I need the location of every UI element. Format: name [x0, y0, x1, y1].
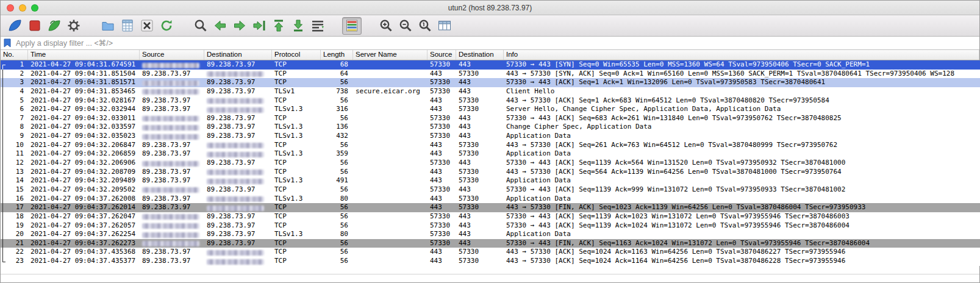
reload-file-button[interactable] [157, 17, 176, 35]
cell-protocol: TCP [272, 70, 321, 79]
start-capture-button[interactable] [5, 17, 25, 35]
colorize-packets-button[interactable] [342, 17, 362, 35]
table-row[interactable]: 5 2021-04-27 09:04:32.028167 89.238.73.9… [1, 96, 980, 106]
table-row[interactable]: 23 2021-04-27 09:04:37.435377 89.238.73.… [1, 257, 980, 266]
column-header-no[interactable]: No. [1, 50, 28, 60]
cell-destination [204, 105, 272, 114]
table-row[interactable]: 21 2021-04-27 09:04:37.262273 89.238.73.… [1, 239, 980, 248]
table-row[interactable]: 14 2021-04-27 09:04:32.209489 89.238.73.… [1, 176, 980, 185]
redacted-ip [207, 206, 264, 211]
cell-source: 89.238.73.97 [140, 248, 204, 257]
find-packet-button[interactable] [191, 17, 210, 35]
cell-destination [204, 149, 272, 159]
redacted-ip [142, 161, 199, 167]
table-row[interactable]: 10 2021-04-27 09:04:32.206847 89.238.73.… [1, 141, 980, 150]
column-header-protocol[interactable]: Protocol [272, 50, 321, 60]
cell-source [140, 60, 204, 70]
cell-no: 21 [1, 239, 28, 248]
table-row[interactable]: 19 2021-04-27 09:04:37.262057 89.238.73.… [1, 221, 980, 231]
cell-destination-port: 443 [456, 60, 504, 70]
table-row[interactable]: 11 2021-04-27 09:04:32.206859 89.238.73.… [1, 149, 980, 159]
table-row[interactable]: 13 2021-04-27 09:04:32.208709 89.238.73.… [1, 168, 980, 177]
conversation-bracket [2, 248, 5, 257]
redacted-ip [207, 179, 264, 184]
go-first-packet-button[interactable] [269, 17, 288, 35]
table-row[interactable]: 12 2021-04-27 09:04:32.206906 89.238.73.… [1, 159, 980, 168]
go-back-button[interactable] [210, 17, 230, 35]
cell-protocol: TLSv1.3 [272, 132, 321, 141]
column-header-server-name[interactable]: Server Name [353, 50, 427, 60]
table-row[interactable]: 16 2021-04-27 09:04:37.262008 89.238.73.… [1, 195, 980, 204]
table-row[interactable]: 15 2021-04-27 09:04:32.209502 89.238.73.… [1, 185, 980, 195]
column-header-source[interactable]: Source [140, 50, 204, 60]
cell-time: 2021-04-27 09:04:31.851571 [28, 78, 140, 87]
open-file-button[interactable] [98, 17, 118, 35]
cell-destination: 89.238.73.97 [204, 114, 272, 123]
table-row[interactable]: 8 2021-04-27 09:04:32.033597 89.238.73.9… [1, 123, 980, 132]
cell-destination-port: 443 [456, 221, 504, 231]
cell-destination-port: 443 [456, 230, 504, 239]
table-row[interactable]: 6 2021-04-27 09:04:32.032944 89.238.73.9… [1, 105, 980, 114]
cell-no: 2 [1, 70, 28, 79]
table-row[interactable]: 17 2021-04-27 09:04:37.262014 89.238.73.… [1, 203, 980, 212]
cell-info: 443 → 57330 [ACK] Seq=1024 Ack=1163 Win=… [504, 248, 980, 257]
go-forward-button[interactable] [230, 17, 249, 35]
zoom-window-button[interactable] [31, 4, 38, 12]
cell-source-port: 443 [427, 168, 456, 177]
table-row[interactable]: 22 2021-04-27 09:04:37.435368 89.238.73.… [1, 248, 980, 257]
bottom-divider [1, 274, 979, 274]
table-row[interactable]: 4 2021-04-27 09:04:31.853465 89.238.73.9… [1, 87, 980, 96]
zoom-out-button[interactable] [396, 17, 415, 35]
go-last-packet-button[interactable] [288, 17, 308, 35]
close-x-icon [140, 18, 154, 33]
filter-bookmark-icon[interactable] [4, 38, 11, 48]
resize-columns-button[interactable] [435, 17, 454, 35]
close-window-button[interactable] [7, 4, 14, 12]
table-row[interactable]: 3 2021-04-27 09:04:31.851571 89.238.73.9… [1, 78, 980, 87]
column-header-destination[interactable]: Destination [204, 50, 272, 60]
cell-destination-port: 443 [456, 132, 504, 141]
table-row[interactable]: 18 2021-04-27 09:04:37.262047 89.238.73.… [1, 212, 980, 221]
cell-source [140, 123, 204, 132]
column-header-info[interactable]: Info [504, 50, 979, 60]
table-row[interactable]: 9 2021-04-27 09:04:32.035023 89.238.73.9… [1, 132, 980, 141]
capture-options-button[interactable] [64, 17, 84, 35]
save-file-button[interactable] [118, 17, 137, 35]
cell-server-name [353, 203, 427, 212]
cell-server-name [353, 212, 427, 221]
zoom-in-button[interactable] [376, 17, 396, 35]
cell-destination-port: 443 [456, 185, 504, 195]
cell-time: 2021-04-27 09:04:31.851504 [28, 70, 140, 79]
cell-server-name [353, 123, 427, 132]
redacted-ip [207, 71, 264, 77]
conversation-bracket [2, 78, 5, 87]
display-filter-input[interactable] [15, 38, 976, 48]
go-to-packet-button[interactable] [249, 17, 269, 35]
column-header-destination[interactable]: Destination [456, 50, 504, 60]
table-row[interactable]: 1 2021-04-27 09:04:31.674591 89.238.73.9… [1, 60, 980, 70]
redacted-ip [207, 98, 264, 104]
column-header-length[interactable]: Length [321, 50, 353, 60]
cell-source [140, 132, 204, 141]
cell-server-name [353, 230, 427, 239]
table-row[interactable]: 7 2021-04-27 09:04:32.033011 89.238.73.9… [1, 114, 980, 123]
cell-protocol: TLSv1.3 [272, 105, 321, 114]
cell-protocol: TCP [272, 168, 321, 177]
zoom-100-button[interactable] [415, 17, 435, 35]
table-row[interactable]: 2 2021-04-27 09:04:31.851504 89.238.73.9… [1, 70, 980, 79]
column-header-source[interactable]: Source [427, 50, 456, 60]
cell-protocol: TCP [272, 60, 321, 70]
column-header-time[interactable]: Time [28, 50, 140, 60]
cell-destination [204, 203, 272, 212]
cell-info: 57330 → 443 [FIN, ACK] Seq=1163 Ack=1024… [504, 239, 980, 248]
stop-capture-button[interactable] [25, 17, 45, 35]
magnifier-one-icon [418, 18, 432, 33]
table-row[interactable]: 20 2021-04-27 09:04:37.262254 89.238.73.… [1, 230, 980, 239]
cell-time: 2021-04-27 09:04:37.262047 [28, 212, 140, 221]
cell-source: 89.238.73.97 [140, 149, 204, 159]
auto-scroll-button[interactable] [308, 17, 327, 35]
minimize-window-button[interactable] [19, 4, 26, 12]
close-file-button[interactable] [137, 17, 157, 35]
color-stripes-icon [345, 18, 359, 33]
restart-capture-button[interactable] [45, 17, 64, 35]
